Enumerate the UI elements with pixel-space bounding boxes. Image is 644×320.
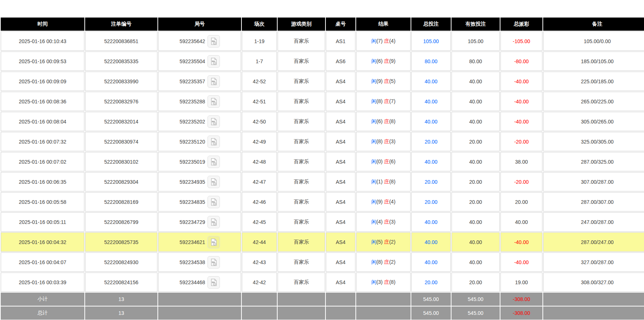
bet-number-cell: 522200830102	[85, 152, 157, 171]
bet-number: 522200830102	[104, 159, 138, 165]
bet-number: 522200828169	[104, 199, 138, 205]
video-replay-button[interactable]	[207, 236, 220, 248]
table-number-cell: AS4	[326, 232, 355, 252]
bet-time-cell: 2025-01-16 00:06:35	[1, 172, 84, 191]
total-bet-link[interactable]: 40.00	[424, 259, 437, 265]
bet-number: 522200832976	[104, 99, 138, 104]
total-bet-link[interactable]: 105.00	[423, 38, 439, 44]
session: 42-47	[253, 179, 266, 185]
total-bet-link[interactable]: 20.00	[424, 279, 437, 285]
total-bet-cell: 20.00	[411, 192, 451, 212]
total-bet-link[interactable]: 20.00	[424, 179, 437, 185]
footer-payout-cell: -308.00	[500, 293, 542, 306]
valid-bet: 105.00	[468, 38, 484, 44]
result-banker-score: (2)	[389, 239, 395, 245]
game-type: 百家乐	[294, 58, 309, 64]
total-bet-link[interactable]: 40.00	[424, 159, 437, 165]
video-replay-icon	[210, 118, 218, 126]
result-banker-label: 庄	[384, 138, 389, 144]
video-replay-icon	[210, 57, 218, 65]
valid-bet-cell: 40.00	[451, 72, 500, 91]
bet-record-row: 2025-01-16 00:05:11522200826799592234729…	[1, 212, 644, 232]
video-replay-button[interactable]	[207, 156, 220, 168]
session-cell: 1-7	[242, 52, 277, 71]
total-bet-cell: 40.00	[411, 92, 451, 111]
footer-empty-cell	[242, 306, 277, 320]
result-banker-score: (5)	[389, 78, 395, 84]
video-replay-icon	[210, 238, 218, 246]
session: 42-42	[253, 279, 266, 285]
round-number-cell: 592235288	[158, 92, 241, 111]
total-bet-link[interactable]: 40.00	[424, 119, 437, 125]
video-replay-button[interactable]	[207, 115, 220, 128]
result-player-score: (8)	[376, 138, 382, 144]
footer-empty-cell	[242, 293, 277, 306]
total-bet-link[interactable]: 20.00	[424, 199, 437, 205]
session: 42-49	[253, 139, 266, 145]
total-bet-link[interactable]: 20.00	[424, 139, 437, 145]
valid-bet: 40.00	[469, 259, 482, 265]
session-cell: 42-52	[242, 72, 277, 91]
table-number-cell: AS4	[326, 72, 355, 91]
valid-bet: 20.00	[469, 179, 482, 185]
video-replay-button[interactable]	[207, 75, 220, 88]
session-cell: 42-42	[242, 273, 277, 292]
bet-time: 2025-01-16 00:04:32	[19, 239, 66, 245]
video-replay-button[interactable]	[207, 276, 220, 289]
video-replay-button[interactable]	[207, 196, 220, 208]
total-bet-link[interactable]: 40.00	[424, 239, 437, 245]
video-replay-button[interactable]	[207, 136, 220, 148]
video-replay-button[interactable]	[207, 176, 220, 188]
remark: 327.00/287.00	[581, 259, 614, 265]
result-player-label: 闲	[371, 138, 376, 144]
game-type-cell: 百家乐	[278, 252, 325, 272]
video-replay-button[interactable]	[207, 95, 220, 108]
remark: 265.00/225.00	[581, 99, 614, 104]
total-bet-link[interactable]: 40.00	[424, 219, 437, 225]
video-replay-icon	[210, 278, 218, 286]
valid-bet: 40.00	[469, 219, 482, 225]
bet-record-row: 2025-01-16 00:09:53522200835335592235504…	[1, 52, 644, 71]
session: 42-51	[253, 99, 266, 104]
bet-record-row: 2025-01-16 00:10:43522200836851592235642…	[1, 31, 644, 51]
footer-total-bet: 545.00	[423, 296, 439, 302]
round-number-cell: 592234468	[158, 273, 241, 292]
session: 1-7	[256, 58, 263, 64]
total-bet-link[interactable]: 40.00	[424, 99, 437, 104]
footer-total-bet: 545.00	[423, 310, 439, 316]
game-type-cell: 百家乐	[278, 212, 325, 232]
result-player-score: (1)	[376, 179, 382, 184]
video-replay-button[interactable]	[207, 216, 220, 228]
video-replay-icon	[210, 77, 218, 85]
bet-time-cell: 2025-01-16 00:04:32	[1, 232, 84, 252]
valid-bet: 40.00	[469, 119, 482, 125]
bet-record-row: 2025-01-16 00:07:02522200830102592235019…	[1, 152, 644, 171]
result-cell: 闲(8) 庄(3)	[356, 132, 411, 151]
remark-cell: 287.00/325.00	[543, 152, 644, 171]
result-banker-label: 庄	[384, 78, 389, 84]
video-replay-button[interactable]	[207, 55, 220, 68]
bet-time-cell: 2025-01-16 00:10:43	[1, 31, 84, 51]
bet-number-cell: 522200824930	[85, 252, 157, 272]
round-number-cell: 592235357	[158, 72, 241, 91]
total-bet-link[interactable]: 40.00	[424, 79, 437, 84]
session: 42-43	[253, 259, 266, 265]
total-bet-cell: 40.00	[411, 212, 451, 232]
table-number: AS4	[336, 159, 345, 165]
bet-number: 522200829304	[104, 179, 138, 185]
valid-bet-cell: 40.00	[451, 232, 500, 252]
result-banker-score: (4)	[389, 38, 395, 44]
remark-cell: 325.00/305.00	[543, 132, 644, 151]
bet-record-row: 2025-01-16 00:04:32522200825735592234621…	[1, 232, 644, 252]
table-number: AS4	[336, 119, 345, 125]
video-replay-button[interactable]	[207, 256, 220, 268]
payout-value: 19.00	[515, 279, 528, 285]
table-number-cell: AS1	[326, 31, 355, 51]
payout-cell: 19.00	[500, 273, 542, 292]
game-type-cell: 百家乐	[278, 273, 325, 292]
bet-time-cell: 2025-01-16 00:09:09	[1, 72, 84, 91]
footer-empty-cell	[158, 306, 241, 320]
video-replay-button[interactable]	[207, 35, 220, 47]
round-number-cell: 592234935	[158, 172, 241, 191]
total-bet-link[interactable]: 80.00	[424, 58, 437, 64]
